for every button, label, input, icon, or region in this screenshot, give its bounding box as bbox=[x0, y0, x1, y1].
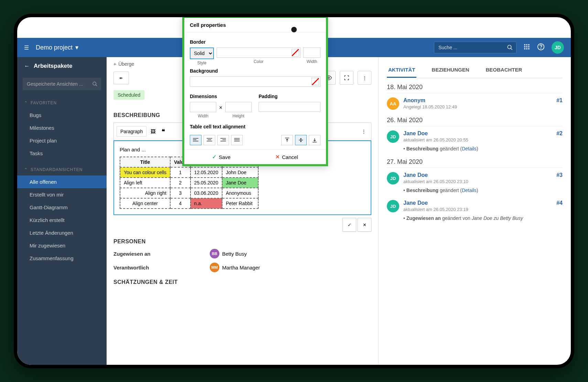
activity-detail: • Beschreibung geändert (Details) bbox=[403, 146, 563, 151]
activity-user[interactable]: Anonym bbox=[403, 97, 425, 104]
favorites-header[interactable]: ⌃ FAVORITEN bbox=[17, 97, 107, 109]
no-color-swatch[interactable] bbox=[292, 49, 299, 56]
activity-avatar: AA bbox=[387, 97, 399, 110]
table-cell[interactable]: Align right bbox=[120, 188, 170, 198]
x-icon: ✕ bbox=[275, 154, 280, 160]
user-avatar[interactable]: JD bbox=[552, 41, 564, 54]
activity-number[interactable]: #1 bbox=[556, 97, 563, 104]
save-button[interactable]: ✓Save bbox=[212, 154, 230, 160]
status-badge[interactable]: Scheduled bbox=[113, 90, 144, 100]
activity-user[interactable]: Jane Doe bbox=[403, 200, 428, 206]
sidebar-item[interactable]: Gantt-Diagramm bbox=[17, 201, 107, 214]
sidebar-item[interactable]: Mir zugewiesen bbox=[17, 239, 107, 252]
table-row[interactable]: Align left225.05.2020Jane Doe bbox=[120, 178, 258, 188]
table-cell[interactable]: n.a. bbox=[190, 198, 222, 209]
table-row[interactable]: Align center4n.a.Peter Rabbit bbox=[120, 198, 258, 209]
check-icon: ✓ bbox=[212, 154, 217, 160]
sidebar-item[interactable]: Erstellt von mir bbox=[17, 188, 107, 201]
table-cell[interactable]: 3 bbox=[170, 188, 190, 198]
table-cell[interactable]: Jane Doe bbox=[222, 178, 258, 188]
table-cell[interactable]: 25.05.2020 bbox=[190, 178, 222, 188]
sidebar-item[interactable]: Letzte Änderungen bbox=[17, 226, 107, 239]
project-dropdown[interactable]: Demo project ▾ bbox=[36, 44, 78, 51]
quote-icon[interactable]: ❝ bbox=[160, 126, 167, 137]
more-icon[interactable]: ⋮ bbox=[359, 127, 368, 136]
border-color-input[interactable] bbox=[217, 47, 301, 58]
align-justify-button[interactable] bbox=[231, 135, 243, 145]
valign-top-button[interactable] bbox=[281, 135, 293, 145]
activity-number[interactable]: #3 bbox=[556, 172, 563, 178]
sidebar-item[interactable]: Project plan bbox=[17, 134, 107, 147]
activity-user[interactable]: Jane Doe bbox=[403, 172, 428, 178]
activity-user[interactable]: Jane Doe bbox=[403, 130, 428, 137]
table-cell[interactable]: Peter Rabbit bbox=[222, 198, 258, 209]
border-style-select[interactable]: Solid bbox=[190, 47, 214, 59]
table-row[interactable]: Align right303.06.2020Anonymous bbox=[120, 188, 258, 198]
estimates-heading: SCHÄTZUNGEN & ZEIT bbox=[113, 279, 371, 285]
border-width-input[interactable] bbox=[303, 47, 320, 58]
activity-item: JD Jane Doe#2 aktualisiert am 26.05.2020… bbox=[387, 130, 563, 151]
table-cell[interactable]: 12.05.2020 bbox=[190, 167, 222, 178]
sidebar-item[interactable]: Alle offenen bbox=[17, 176, 107, 188]
image-icon[interactable]: 🖼 bbox=[149, 127, 157, 136]
padding-input[interactable] bbox=[259, 102, 320, 112]
height-input[interactable] bbox=[225, 102, 252, 112]
table-cell[interactable]: 1 bbox=[170, 167, 190, 178]
apps-grid-icon[interactable] bbox=[523, 43, 530, 52]
assigned-name[interactable]: Betty Busy bbox=[222, 251, 247, 257]
search-input[interactable] bbox=[434, 42, 516, 53]
width-input[interactable] bbox=[190, 102, 216, 112]
sidebar-search-input[interactable] bbox=[23, 78, 101, 90]
hamburger-icon[interactable]: ☰ bbox=[24, 44, 29, 51]
fullscreen-button[interactable] bbox=[340, 71, 353, 85]
table-cell[interactable]: 2 bbox=[170, 178, 190, 188]
table-cell[interactable]: Align left bbox=[120, 178, 170, 188]
sidebar: ← Arbeitspakete ⌃ FAVORITEN BugsMileston… bbox=[17, 57, 107, 365]
valign-middle-button[interactable] bbox=[295, 135, 307, 145]
confirm-button[interactable]: ✓ bbox=[342, 218, 356, 232]
standard-header[interactable]: ⌃ STANDARDANSICHTEN bbox=[17, 164, 107, 176]
align-center-button[interactable] bbox=[204, 135, 215, 145]
sidebar-item[interactable]: Kürzlich erstellt bbox=[17, 214, 107, 226]
date-header: 18. Mai 2020 bbox=[387, 84, 563, 93]
background-color-input[interactable] bbox=[190, 76, 320, 87]
activity-meta: aktualisiert am 26.05.2020 23:19 bbox=[403, 207, 563, 212]
table-cell[interactable]: Anonymous bbox=[222, 188, 258, 198]
cancel-button[interactable]: ✕Cancel bbox=[275, 154, 298, 160]
responsible-name[interactable]: Martha Manager bbox=[222, 265, 260, 270]
paragraph-dropdown[interactable]: Paragraph bbox=[117, 126, 146, 137]
table-header[interactable]: Title bbox=[120, 157, 170, 167]
valign-bottom-button[interactable] bbox=[309, 135, 320, 145]
breadcrumb-label[interactable]: Überge bbox=[118, 61, 134, 67]
table-cell[interactable]: 03.06.2020 bbox=[190, 188, 222, 198]
sidebar-item[interactable]: Bugs bbox=[17, 109, 107, 121]
tab-watchers[interactable]: BEOBACHTER bbox=[484, 63, 524, 78]
details-link[interactable]: Details bbox=[462, 146, 477, 151]
align-left-button[interactable] bbox=[190, 135, 202, 145]
details-link[interactable]: Details bbox=[462, 188, 477, 193]
no-color-swatch[interactable] bbox=[312, 78, 319, 85]
sidebar-item[interactable]: Zusammenfassung bbox=[17, 252, 107, 265]
search-icon[interactable] bbox=[92, 81, 98, 88]
table-cell[interactable]: 4 bbox=[170, 198, 190, 209]
back-arrow-icon[interactable]: ← bbox=[24, 63, 30, 69]
more-button[interactable]: ⋮ bbox=[358, 71, 371, 85]
tab-activity[interactable]: AKTIVITÄT bbox=[387, 63, 416, 78]
activity-number[interactable]: #2 bbox=[556, 130, 563, 137]
tab-relations[interactable]: BEZIEHUNGEN bbox=[430, 63, 470, 78]
help-icon[interactable] bbox=[537, 43, 545, 52]
table-cell[interactable]: You can colour cells bbox=[120, 167, 170, 178]
table-cell[interactable]: John Doe bbox=[222, 167, 258, 178]
align-right-button[interactable] bbox=[217, 135, 229, 145]
table-row[interactable]: You can colour cells112.05.2020John Doe bbox=[120, 167, 258, 178]
activity-item: JD Jane Doe#4 aktualisiert am 26.05.2020… bbox=[387, 200, 563, 221]
table-cell[interactable]: Align center bbox=[120, 198, 170, 209]
sidebar-item[interactable]: Milestones bbox=[17, 121, 107, 134]
search-icon[interactable] bbox=[507, 44, 513, 52]
activity-avatar: JD bbox=[387, 172, 399, 184]
cancel-button[interactable]: ✕ bbox=[358, 218, 371, 232]
activity-number[interactable]: #4 bbox=[556, 200, 563, 206]
sidebar-item[interactable]: Tasks bbox=[17, 147, 107, 160]
plus-icon[interactable]: + bbox=[113, 61, 116, 67]
back-button[interactable]: ↞ bbox=[113, 72, 129, 84]
